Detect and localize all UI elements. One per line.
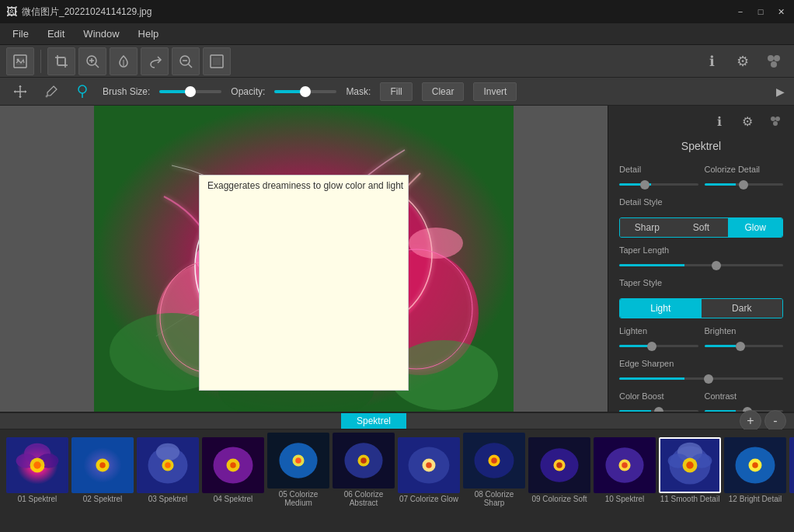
film-label: 10 Spektrel bbox=[605, 495, 645, 503]
canvas-area[interactable]: Exaggerates dreaminess to glow color and… bbox=[0, 106, 608, 412]
filmstrip: 01 Spektrel 02 Spektrel 03 Spektrel 04 S… bbox=[0, 429, 794, 510]
effects-panel-button[interactable] bbox=[760, 47, 788, 75]
opacity-slider[interactable] bbox=[274, 90, 336, 93]
invert-button[interactable]: Invert bbox=[473, 82, 517, 101]
film-thumbnail bbox=[724, 437, 786, 493]
add-preset-button[interactable]: + bbox=[740, 410, 761, 432]
zoom-in-button[interactable] bbox=[78, 47, 106, 75]
style-soft-button[interactable]: Soft bbox=[674, 218, 729, 237]
lighten-brighten-row: Lighten Brighten bbox=[608, 322, 794, 354]
menu-help[interactable]: Help bbox=[129, 25, 169, 43]
svg-point-62 bbox=[165, 462, 171, 468]
title-area: 🖼 微信图片_20221024114129.jpg bbox=[6, 5, 151, 19]
list-item[interactable]: 09 Colorize Soft bbox=[528, 437, 590, 503]
info-panel-button[interactable]: ℹ bbox=[698, 47, 726, 75]
svg-point-82 bbox=[491, 457, 497, 464]
film-label: 06 Colorize Abstract bbox=[333, 490, 395, 507]
taper-dark-button[interactable]: Dark bbox=[702, 299, 783, 318]
svg-point-57 bbox=[99, 462, 106, 468]
list-item[interactable]: 04 Spektrel bbox=[202, 437, 264, 503]
main-toolbar: ℹ ⚙ bbox=[0, 45, 794, 78]
menu-file[interactable]: File bbox=[3, 25, 38, 43]
menu-edit[interactable]: Edit bbox=[38, 25, 74, 43]
list-item[interactable]: 03 Spektrel bbox=[137, 437, 199, 503]
taper-length-slider[interactable] bbox=[619, 264, 783, 266]
list-item[interactable]: 07 Colorize Glow bbox=[398, 437, 460, 503]
film-label: 07 Colorize Glow bbox=[399, 495, 458, 503]
move-tool-icon[interactable] bbox=[9, 81, 31, 103]
brighten-label: Brighten bbox=[705, 326, 784, 336]
detail-style-row: Detail Style bbox=[608, 193, 794, 214]
colorize-detail-slider[interactable] bbox=[705, 183, 784, 186]
style-sharp-button[interactable]: Sharp bbox=[620, 218, 674, 237]
subtoolbar-arrow[interactable]: ▶ bbox=[776, 85, 785, 98]
film-label: 12 Bright Detail bbox=[729, 495, 782, 503]
image-tool-button[interactable] bbox=[6, 47, 34, 75]
lighten-label: Lighten bbox=[619, 326, 698, 336]
film-thumbnail bbox=[528, 437, 590, 493]
svg-point-86 bbox=[556, 462, 562, 468]
list-item[interactable]: 12 Bright Detail bbox=[724, 437, 786, 503]
panel-settings-icon[interactable]: ⚙ bbox=[737, 110, 758, 132]
list-item[interactable]: 06 Colorize Abstract bbox=[333, 433, 395, 507]
strip-controls: + - bbox=[740, 410, 786, 432]
fill-button[interactable]: Fill bbox=[380, 82, 412, 101]
close-button[interactable]: ✕ bbox=[774, 5, 788, 19]
svg-rect-17 bbox=[213, 57, 221, 65]
svg-point-34 bbox=[409, 228, 463, 259]
brush-tool-icon[interactable] bbox=[71, 81, 93, 103]
film-label: 01 Spektrel bbox=[18, 495, 57, 503]
list-item[interactable]: 08 Colorize Sharp bbox=[463, 433, 525, 507]
menu-window[interactable]: Window bbox=[74, 25, 128, 43]
svg-line-9 bbox=[96, 64, 99, 68]
heal-tool-button[interactable] bbox=[110, 47, 138, 75]
film-thumbnail bbox=[267, 433, 329, 489]
list-item[interactable]: 02 Spektrel bbox=[71, 437, 134, 503]
color-boost-slider[interactable] bbox=[619, 410, 698, 412]
film-thumbnail bbox=[463, 433, 525, 489]
style-glow-button[interactable]: Glow bbox=[728, 218, 782, 237]
film-thumbnail-selected bbox=[659, 437, 721, 493]
settings-panel-button[interactable]: ⚙ bbox=[729, 47, 757, 75]
film-thumbnail bbox=[137, 437, 199, 493]
list-item[interactable]: 11 Smooth Detail bbox=[659, 437, 721, 503]
minimize-button[interactable]: − bbox=[733, 5, 747, 19]
film-thumbnail bbox=[789, 437, 794, 493]
list-item[interactable]: 13 Long bbox=[789, 437, 794, 503]
svg-point-45 bbox=[775, 116, 780, 121]
content-area: Exaggerates dreaminess to glow color and… bbox=[0, 106, 794, 412]
list-item[interactable]: 05 Colorize Medium bbox=[267, 433, 329, 507]
svg-point-20 bbox=[771, 61, 777, 68]
brush-size-label: Brush Size: bbox=[103, 86, 150, 97]
panel-effects-icon[interactable] bbox=[764, 110, 786, 132]
list-item[interactable]: 10 Spektrel bbox=[594, 437, 656, 503]
brush-size-slider[interactable] bbox=[159, 90, 221, 93]
tooltip-box: Exaggerates dreaminess to glow color and… bbox=[199, 175, 409, 391]
redo-tool-button[interactable] bbox=[141, 47, 169, 75]
svg-point-2 bbox=[17, 58, 19, 61]
film-thumbnail bbox=[594, 437, 656, 493]
detail-slider[interactable] bbox=[619, 183, 698, 186]
lighten-slider[interactable] bbox=[619, 345, 698, 347]
brighten-slider[interactable] bbox=[705, 345, 784, 347]
film-label: 11 Smooth Detail bbox=[660, 495, 720, 503]
maximize-button[interactable]: □ bbox=[754, 5, 768, 19]
svg-point-21 bbox=[46, 95, 48, 97]
clear-button[interactable]: Clear bbox=[422, 82, 465, 101]
list-item[interactable]: 01 Spektrel bbox=[6, 437, 68, 503]
eyedropper-tool-icon[interactable] bbox=[40, 81, 62, 103]
svg-point-97 bbox=[686, 461, 693, 468]
taper-light-button[interactable]: Light bbox=[620, 299, 702, 318]
remove-preset-button[interactable]: - bbox=[764, 410, 786, 432]
zoom-out-button[interactable] bbox=[172, 47, 200, 75]
export-tool-button[interactable] bbox=[203, 47, 231, 75]
color-boost-label: Color Boost bbox=[619, 391, 698, 401]
taper-length-row: Taper Length bbox=[608, 241, 794, 273]
edge-sharpen-slider[interactable] bbox=[619, 377, 783, 380]
svg-rect-7 bbox=[57, 57, 65, 65]
panel-info-icon[interactable]: ℹ bbox=[709, 110, 730, 132]
right-panel: ℹ ⚙ Spektrel Detail Colorize Detail Deta… bbox=[608, 106, 794, 412]
svg-rect-102 bbox=[791, 439, 794, 492]
crop-tool-button[interactable] bbox=[47, 47, 75, 75]
color-boost-col: Color Boost bbox=[619, 391, 698, 412]
